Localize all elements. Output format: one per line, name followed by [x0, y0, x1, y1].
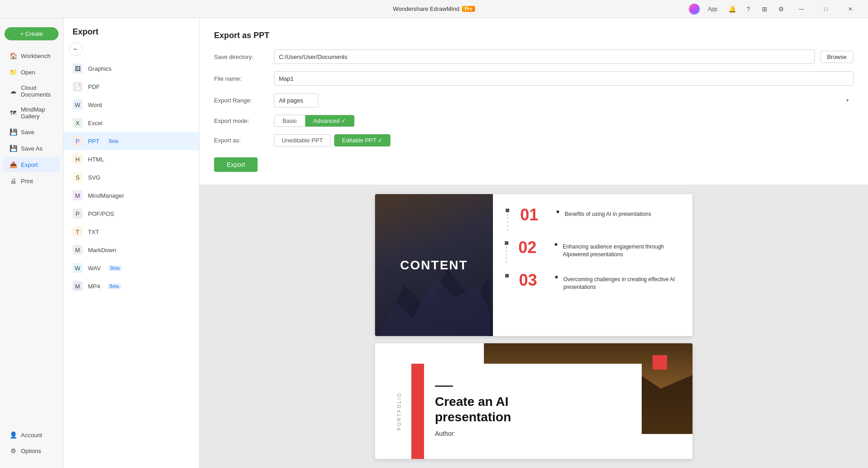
save-directory-input[interactable] [274, 49, 815, 64]
export-menu-html[interactable]: H HTML [63, 150, 199, 168]
app-button[interactable]: App [703, 5, 722, 14]
slide-left-panel: CONTENT [375, 194, 493, 336]
saveas-icon: 💾 [9, 144, 17, 152]
sidebar-item-options[interactable]: ⚙ Options [3, 443, 60, 458]
export-menu-label: SVG [88, 174, 100, 181]
print-icon: 🖨 [9, 177, 17, 185]
bullet-dot [556, 210, 559, 213]
sidebar-item-account[interactable]: 👤 Account [3, 427, 60, 443]
mindmap-icon: 🗺 [9, 109, 17, 117]
file-name-input[interactable] [274, 71, 853, 86]
export-as-row: Export as: Uneditable PPT Editable PPT ✓ [214, 134, 853, 146]
sidebar-item-label: Print [21, 178, 33, 185]
file-name-label: File name: [214, 75, 268, 82]
ppt-icon: P [73, 136, 83, 146]
sidebar-item-label: Workbench [21, 53, 51, 59]
maximize-button[interactable]: □ [815, 2, 836, 16]
slide-number-01: 01 [520, 207, 547, 223]
mode-basic-button[interactable]: Basic [274, 115, 305, 127]
export-mode-row: Export mode: Basic Advanced ✓ [214, 115, 853, 127]
layout-button[interactable]: ⊞ [758, 3, 771, 15]
export-as-group: Uneditable PPT Editable PPT ✓ [274, 134, 390, 146]
preview-area: CONTENT 01 [200, 185, 868, 468]
editable-ppt-button[interactable]: Editable PPT ✓ [334, 134, 390, 146]
slide-item-text-02: Enhancing audience engagement through AI… [555, 243, 682, 258]
create-button[interactable]: + Create [5, 27, 59, 40]
sidebar-item-open[interactable]: 📁 Open [3, 64, 60, 80]
sidebar-item-save[interactable]: 💾 Save [3, 124, 60, 140]
export-menu-ppt[interactable]: P PPT Beta [63, 132, 199, 150]
sidebar-item-saveas[interactable]: 💾 Save As [3, 141, 60, 156]
slide-item-01: 01 Benefits of using AI in presentations [504, 207, 682, 232]
sidebar-item-label: Save [21, 129, 34, 136]
html-icon: H [73, 154, 83, 164]
export-menu-pdf[interactable]: 📄 PDF [63, 78, 199, 96]
beta-badge-wav: Beta [108, 265, 122, 271]
export-menu-label: TXT [88, 229, 99, 235]
export-menu-label: MindManager [88, 192, 124, 199]
export-menu-label: Word [88, 102, 102, 108]
browse-button[interactable]: Browse [820, 51, 853, 63]
mode-advanced-button[interactable]: Advanced ✓ [305, 115, 354, 127]
close-button[interactable]: ✕ [840, 2, 861, 16]
sidebar-item-cloud[interactable]: ☁ Cloud Documents [3, 81, 60, 102]
slide-item-02: 02 Enhancing audience engagement through… [504, 239, 682, 265]
sidebar-item-label: Export [21, 161, 38, 168]
account-icon: 👤 [9, 431, 17, 439]
slide-content-label: CONTENT [375, 194, 493, 336]
excel-icon: X [73, 118, 83, 128]
export-menu-svg[interactable]: S SVG [63, 168, 199, 186]
slide-right-panel: 01 Benefits of using AI in presentations [493, 194, 692, 336]
app-title-area: Wondershare EdrawMind Pro [393, 5, 475, 12]
wav-icon: W [73, 263, 83, 273]
export-menu-label: PDF [88, 83, 100, 90]
export-menu-label: Graphics [88, 65, 112, 72]
uneditable-ppt-button[interactable]: Uneditable PPT [274, 134, 331, 146]
export-icon: 📤 [9, 161, 17, 169]
settings-button[interactable]: ⚙ [775, 3, 787, 15]
export-menu-label: MP4 [88, 283, 100, 290]
notification-button[interactable]: 🔔 [726, 3, 738, 15]
export-menu-pofpos[interactable]: P POF/POS [63, 205, 199, 223]
export-menu-graphics[interactable]: 🖼 Graphics [63, 59, 199, 78]
export-menu-mp4[interactable]: M MP4 Beta [63, 277, 199, 295]
help-button[interactable]: ? [742, 3, 755, 15]
sidebar-item-export[interactable]: 📤 Export [3, 157, 60, 172]
sidebar-item-print[interactable]: 🖨 Print [3, 173, 60, 189]
bullet-dot [555, 243, 557, 246]
slide2-red-bar [411, 364, 424, 459]
sidebar-item-label: Account [21, 432, 42, 439]
content-area: Export as PPT Save directory: Browse Fil… [200, 18, 868, 468]
save-icon: 💾 [9, 128, 17, 136]
export-button[interactable]: Export [214, 157, 258, 172]
slide2-text-area: Create an AI presentation Author: [424, 364, 642, 459]
slide-item-text-01: Benefits of using AI in presentations [556, 210, 651, 218]
slide2-decorative-line [435, 385, 453, 387]
pofpos-icon: P [73, 209, 83, 219]
slide-item-content-03: Overcoming challenges in creating effect… [555, 272, 682, 291]
slide-item-03: 03 Overcoming challenges in creating eff… [504, 272, 682, 291]
back-button[interactable]: ← [69, 42, 83, 56]
export-menu-mindmanager[interactable]: M MindManager [63, 186, 199, 205]
avatar[interactable] [689, 4, 700, 15]
export-range-wrapper: All pages Current page [274, 93, 853, 107]
export-form-title: Export as PPT [214, 31, 853, 40]
open-icon: 📁 [9, 68, 17, 76]
export-menu-label: WAV [88, 265, 101, 272]
sidebar-item-mindmap[interactable]: 🗺 MindMap Gallery [3, 102, 60, 123]
file-name-row: File name: [214, 71, 853, 86]
left-sidebar: + Create 🏠 Workbench 📁 Open ☁ Cloud Docu… [0, 18, 63, 468]
export-menu-word[interactable]: W Word [63, 96, 199, 114]
minimize-button[interactable]: — [791, 2, 812, 16]
slide2-content: PORTFOLIO Create an AI presentation Auth… [375, 364, 692, 459]
workbench-icon: 🏠 [9, 52, 17, 60]
export-range-select[interactable]: All pages Current page [274, 93, 318, 107]
export-menu-markdown[interactable]: M MarkDown [63, 241, 199, 259]
app-title: Wondershare EdrawMind [393, 5, 459, 12]
export-menu-txt[interactable]: T TXT [63, 223, 199, 241]
export-menu-excel[interactable]: X Excel [63, 114, 199, 132]
sidebar-item-workbench[interactable]: 🏠 Workbench [3, 48, 60, 63]
export-range-row: Export Range: All pages Current page [214, 93, 853, 107]
export-menu-wav[interactable]: W WAV Beta [63, 259, 199, 277]
sidebar-item-label: MindMap Gallery [21, 106, 54, 120]
